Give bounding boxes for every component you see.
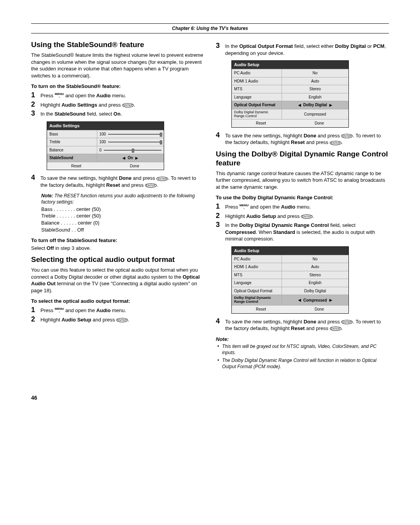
reset-defaults-list: Bass . . . . . . . . center (50) Treble … — [41, 206, 204, 233]
step-text: In the Dolby Digital Dynamic Range Contr… — [225, 221, 389, 242]
desc-dolby: This dynamic range control feature cause… — [216, 170, 389, 191]
step-text: Highlight Audio Setup and press ENTER. — [40, 316, 204, 323]
panel-title: Audio Setup — [232, 61, 348, 69]
enter-icon: ENTER — [156, 177, 168, 181]
panel-title: Audio Settings — [47, 122, 164, 130]
step-number: 1 — [216, 203, 225, 211]
steps-turn-on: 1 Press MENU and open the Audio menu. 2 … — [31, 91, 204, 118]
step-number: 1 — [31, 91, 40, 99]
turn-on-heading: To turn on the StableSound® feature: — [31, 83, 204, 90]
page-number: 46 — [31, 394, 389, 402]
panel-reset: Reset — [232, 306, 290, 313]
enter-icon: ENTER — [122, 103, 134, 107]
step-text: To save the new settings, highlight Done… — [225, 318, 389, 332]
steps-dolby: 1 Press MENU and open the Audio menu. 2 … — [216, 203, 389, 242]
panel-audio-setup-2: Audio Setup PC AudioNo HDMI 1 AudioAuto … — [231, 246, 349, 314]
step-text: In the StableSound field, select On. — [40, 110, 204, 118]
step-text: To save the new settings, highlight Done… — [225, 132, 389, 146]
step-number: 4 — [216, 318, 225, 325]
heading-optical: Selecting the optical audio output forma… — [31, 255, 204, 264]
note-item: The Dolby Digital Dynamic Range Control … — [217, 357, 389, 370]
enter-icon: ENTER — [330, 141, 341, 145]
use-dolby-heading: To use the Dolby Digital Dynamic Range C… — [216, 194, 389, 201]
step-text: Highlight Audio Settings and press ENTER… — [40, 101, 204, 109]
panel-reset: Reset — [232, 119, 290, 127]
left-arrow-icon: ◀ — [298, 103, 301, 107]
panel-audio-settings: Audio Settings Bass100 Treble100 Balance… — [47, 121, 164, 170]
note-block-2: Note: This item will be grayed out for N… — [216, 336, 389, 370]
right-arrow-icon: ▶ — [135, 156, 138, 160]
step-text: Press MENU and open the Audio menu. — [40, 91, 204, 99]
panel-done: Done — [290, 119, 348, 127]
panel-done: Done — [105, 162, 164, 170]
left-arrow-icon: ◀ — [122, 156, 125, 160]
steps-optical-save: 4 To save the new settings, highlight Do… — [216, 132, 389, 146]
step-text: In the Optical Output Format field, sele… — [225, 42, 389, 56]
select-optical-heading: To select the optical audio output forma… — [31, 298, 204, 305]
menu-icon: MENU — [240, 204, 249, 209]
panel-title: Audio Setup — [232, 247, 348, 255]
heading-stablesound: Using the StableSound® feature — [31, 40, 204, 49]
heading-dolby: Using the Dolby® Digital Dynamic Range C… — [216, 150, 389, 168]
step-text: Press MENU and open the Audio menu. — [40, 306, 204, 314]
left-arrow-icon: ◀ — [298, 298, 301, 302]
step-number: 3 — [216, 221, 225, 229]
step-text: Press MENU and open the Audio menu. — [225, 203, 389, 211]
step-text: To save the new settings, highlight Done… — [40, 174, 204, 188]
steps-dolby-save: 4 To save the new settings, highlight Do… — [216, 318, 389, 332]
panel-reset: Reset — [47, 162, 105, 170]
desc-stablesound: The StableSound® feature limits the high… — [31, 52, 204, 79]
right-column: 3 In the Optical Output Format field, se… — [216, 40, 389, 371]
enter-icon: ENTER — [330, 327, 341, 331]
steps-turn-on-cont: 4 To save the new settings, highlight Do… — [31, 174, 204, 188]
step-number: 3 — [31, 110, 40, 118]
step-number: 4 — [31, 174, 40, 182]
right-arrow-icon: ▶ — [329, 298, 332, 302]
menu-icon: MENU — [55, 307, 64, 313]
step-number: 2 — [31, 316, 40, 323]
enter-icon: ENTER — [145, 183, 157, 188]
left-column: Using the StableSound® feature The Stabl… — [31, 40, 204, 371]
chapter-header: Chapter 6: Using the TV's features — [31, 23, 389, 33]
step-text: Highlight Audio Setup and press ENTER. — [225, 212, 389, 220]
turn-off-body: Select Off in step 3 above. — [31, 245, 204, 252]
steps-optical-cont: 3 In the Optical Output Format field, se… — [216, 42, 389, 56]
note-item: This item will be grayed out for NTSC si… — [217, 343, 389, 356]
note-block: Note: The RESET function returns your au… — [41, 193, 204, 205]
step-number: 1 — [31, 306, 40, 314]
step-number: 2 — [216, 212, 225, 220]
desc-optical: You can use this feature to select the o… — [31, 267, 204, 294]
enter-icon: ENTER — [301, 214, 313, 219]
panel-audio-setup-1: Audio Setup PC AudioNo HDMI 1 AudioAuto … — [231, 60, 349, 128]
menu-icon: MENU — [55, 92, 64, 98]
step-number: 4 — [216, 132, 225, 139]
right-arrow-icon: ▶ — [329, 103, 332, 107]
step-number: 3 — [216, 42, 225, 50]
panel-done: Done — [290, 306, 348, 313]
enter-icon: ENTER — [341, 134, 353, 138]
enter-icon: ENTER — [341, 320, 353, 324]
enter-icon: ENTER — [116, 318, 128, 322]
steps-optical: 1 Press MENU and open the Audio menu. 2 … — [31, 306, 204, 323]
turn-off-heading: To turn off the StableSound feature: — [31, 237, 204, 244]
step-number: 2 — [31, 101, 40, 109]
